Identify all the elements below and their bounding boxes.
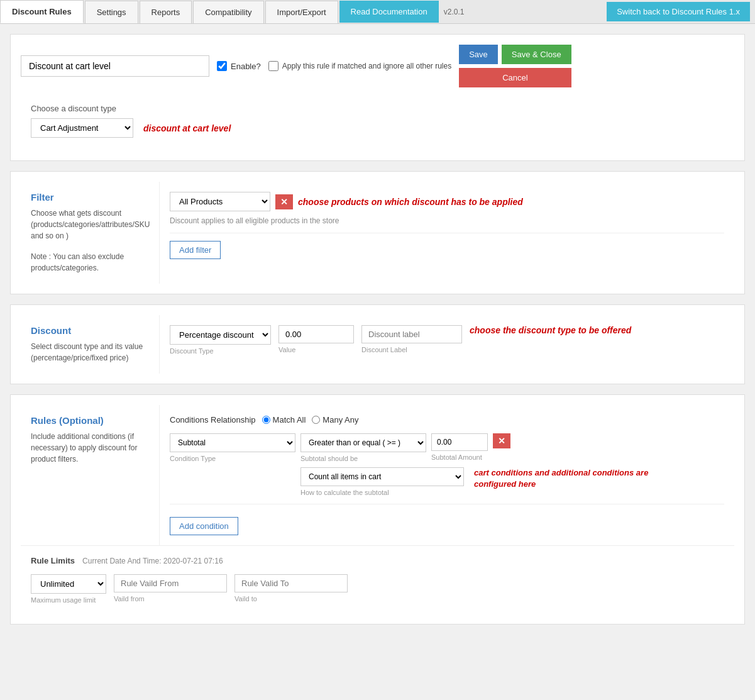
version-label: v2.0.1	[444, 8, 465, 16]
filter-two-col: Filter Choose what gets discount (produc…	[21, 182, 734, 284]
rules-desc: Include additional conditions (if necess…	[31, 431, 149, 465]
filter-remove-button[interactable]: ✕	[275, 194, 293, 209]
max-usage-label: Maximum usage limit	[31, 596, 106, 604]
save-close-button[interactable]: Save & Close	[502, 45, 571, 64]
valid-to-input[interactable]	[234, 574, 348, 592]
condition-type-select[interactable]: Subtotal Cart Total Item Quantity Produc…	[170, 433, 295, 452]
valid-from-field: Vaild from	[114, 574, 227, 603]
rule-limits-header: Rule Limits Current Date And Time: 2020-…	[31, 556, 724, 565]
many-any-radio[interactable]	[312, 416, 320, 424]
rules-left-col: Rules (Optional) Include additional cond…	[21, 405, 159, 545]
discount-card: Discount Select discount type and its va…	[10, 304, 745, 384]
action-buttons: Save Save & Close Cancel	[459, 45, 571, 87]
discount-annotation: choose the discount type to be offered	[470, 325, 631, 335]
how-to-calc-label: How to calculate the subtotal	[300, 489, 464, 496]
condition-operator-select[interactable]: Greater than or equal ( >= ) Less than o…	[300, 433, 426, 452]
discount-label-field: Discount Label	[361, 325, 462, 353]
match-all-label: Match All	[273, 415, 306, 425]
apply-rule-checkbox[interactable]	[268, 61, 278, 71]
max-usage-select[interactable]: Unlimited 1 5 10 Custom	[31, 574, 106, 594]
filter-annotation: choose products on which discount has to…	[298, 197, 523, 207]
read-documentation-button[interactable]: Read Documentation	[339, 1, 439, 23]
subtotal-amount-label: Subtotal Amount	[431, 453, 488, 461]
discount-label-input[interactable]	[361, 325, 462, 343]
discount-fields: Percentage discount Fixed discount Fixed…	[170, 325, 724, 355]
filter-card: Filter Choose what gets discount (produc…	[10, 171, 745, 294]
tab-import-export[interactable]: Import/Export	[265, 1, 338, 23]
count-annotation-row: Count all items in cart Count unique ite…	[170, 467, 724, 496]
discount-desc: Select discount type and its value (perc…	[31, 341, 149, 364]
condition-remove-button[interactable]: ✕	[493, 433, 510, 448]
condition-type-field: Subtotal Cart Total Item Quantity Produc…	[170, 433, 295, 462]
many-any-radio-group: Many Any	[312, 415, 358, 425]
condition-type-label: Condition Type	[170, 455, 295, 462]
discount-value-type-select[interactable]: Percentage discount Fixed discount Fixed…	[170, 325, 271, 345]
action-bar: Enable? Apply this rule if matched and i…	[21, 45, 734, 87]
discount-value-input[interactable]	[278, 325, 354, 343]
tab-discount-rules[interactable]: Discount Rules	[0, 0, 84, 23]
condition-amount-input[interactable]	[431, 433, 488, 451]
filter-desc: Choose what gets discount (products/cate…	[31, 208, 149, 242]
tab-settings[interactable]: Settings	[85, 1, 138, 23]
tab-compatibility[interactable]: Compatibility	[193, 1, 263, 23]
rules-right-col: Conditions Relationship Match All Many A…	[159, 405, 734, 545]
choose-discount-type-label: Choose a discount type	[31, 104, 724, 113]
main-content: Enable? Apply this rule if matched and i…	[0, 24, 755, 645]
discount-type-annotation: discount at cart level	[143, 123, 231, 133]
rules-annotation: cart conditions and additional condition…	[474, 467, 650, 490]
discount-type-section: Choose a discount type Cart Adjustment P…	[21, 97, 734, 150]
rule-limits-section: Rule Limits Current Date And Time: 2020-…	[21, 545, 734, 614]
valid-to-field: Vaild to	[234, 574, 348, 603]
filter-type-select[interactable]: All Products Specific Products Specific …	[170, 192, 270, 211]
rules-title: Rules (Optional)	[31, 415, 149, 426]
apply-rule-text: Apply this rule if matched and ignore al…	[282, 62, 451, 70]
condition-amount-field: Subtotal Amount	[431, 433, 488, 461]
enable-label: Enable?	[231, 62, 261, 71]
filter-row: All Products Specific Products Specific …	[170, 192, 724, 211]
apply-rule-group: Apply this rule if matched and ignore al…	[268, 61, 451, 71]
discount-title: Discount	[31, 325, 149, 336]
valid-from-input[interactable]	[114, 574, 227, 592]
add-filter-button[interactable]: Add filter	[170, 241, 221, 259]
save-button[interactable]: Save	[459, 45, 498, 64]
match-all-radio[interactable]	[262, 416, 270, 424]
condition-operator-field: Greater than or equal ( >= ) Less than o…	[300, 433, 426, 462]
discount-left-col: Discount Select discount type and its va…	[21, 315, 159, 374]
rule-limits-title: Rule Limits	[31, 556, 75, 565]
discount-right-col: Percentage discount Fixed discount Fixed…	[159, 315, 734, 374]
match-all-radio-group: Match All	[262, 415, 306, 425]
discount-type-row: Cart Adjustment Percentage Discount Fixe…	[31, 118, 724, 138]
enable-group: Enable?	[217, 61, 261, 71]
rules-card: Rules (Optional) Include additional cond…	[10, 394, 745, 625]
filter-left-col: Filter Choose what gets discount (produc…	[21, 182, 159, 284]
count-field: Count all items in cart Count unique ite…	[300, 467, 464, 496]
action-bar-card: Enable? Apply this rule if matched and i…	[10, 34, 745, 161]
rule-name-input[interactable]	[21, 55, 209, 77]
filter-title: Filter	[31, 192, 149, 203]
filter-note: Note : You can also exclude products/cat…	[31, 251, 149, 274]
filter-hint: Discount applies to all eligible product…	[170, 216, 724, 225]
discount-label-field-label: Discount Label	[361, 346, 462, 353]
discount-value-field: Value	[278, 325, 354, 353]
discount-two-col: Discount Select discount type and its va…	[21, 315, 734, 374]
condition-row: Subtotal Cart Total Item Quantity Produc…	[170, 433, 724, 462]
discount-type-field: Percentage discount Fixed discount Fixed…	[170, 325, 271, 355]
conditions-rel-label: Conditions Relationship	[170, 415, 256, 425]
discount-type-select[interactable]: Cart Adjustment Percentage Discount Fixe…	[31, 118, 133, 138]
rules-two-col: Rules (Optional) Include additional cond…	[21, 405, 734, 545]
tab-reports[interactable]: Reports	[140, 1, 192, 23]
discount-type-field-label: Discount Type	[170, 347, 271, 355]
enable-checkbox[interactable]	[217, 61, 227, 71]
max-usage-field: Unlimited 1 5 10 Custom Maximum usage li…	[31, 574, 106, 604]
rule-limits-fields: Unlimited 1 5 10 Custom Maximum usage li…	[31, 574, 724, 604]
filter-right-col: All Products Specific Products Specific …	[159, 182, 734, 284]
switch-back-button[interactable]: Switch back to Discount Rules 1.x	[607, 2, 750, 21]
cancel-button[interactable]: Cancel	[459, 68, 571, 87]
rule-limits-date: Current Date And Time: 2020-07-21 07:16	[82, 557, 223, 565]
many-any-label: Many Any	[322, 415, 358, 425]
add-condition-button[interactable]: Add condition	[170, 517, 238, 535]
conditions-relationship: Conditions Relationship Match All Many A…	[170, 415, 724, 425]
count-select[interactable]: Count all items in cart Count unique ite…	[300, 467, 464, 486]
top-navigation: Discount Rules Settings Reports Compatib…	[0, 0, 755, 24]
valid-to-label: Vaild to	[234, 595, 348, 603]
